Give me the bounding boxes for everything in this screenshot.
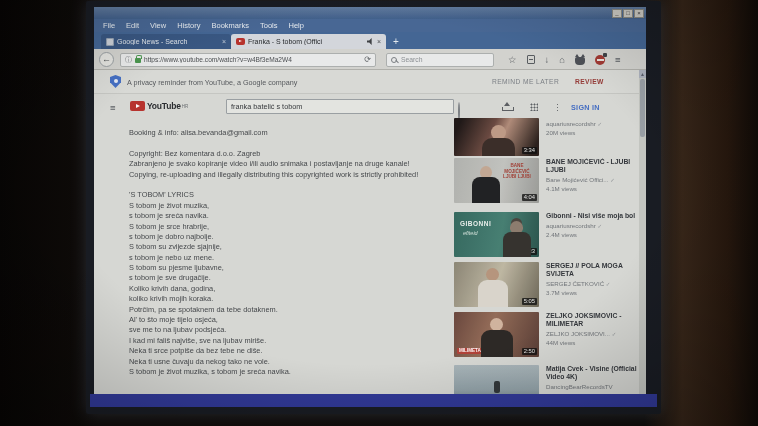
tab-google-news[interactable]: Google News - Search × <box>101 34 231 49</box>
youtube-favicon <box>236 38 245 45</box>
menu-view[interactable]: View <box>150 21 166 30</box>
video-title[interactable]: SERGEJ // POLA MOGA SVIJETA <box>546 262 641 278</box>
video-views: 20M views <box>546 129 641 137</box>
pocket-icon[interactable] <box>527 55 535 64</box>
adblock-icon[interactable] <box>595 55 605 65</box>
back-button[interactable]: ← <box>99 52 114 67</box>
menu-bar: File Edit View History Bookmarks Tools H… <box>94 19 646 32</box>
thumbnail-text: BANE MOJIĆEVIĆ LJUBI LJUBI <box>498 163 536 180</box>
url-bar[interactable]: ⓘ https://www.youtube.com/watch?v=w4Bf3e… <box>120 53 376 67</box>
tab-close-icon[interactable]: × <box>377 38 381 45</box>
duration-badge: 5:05 <box>522 298 537 305</box>
tab-audio-icon[interactable] <box>367 38 374 45</box>
maximize-button[interactable]: □ <box>623 9 633 18</box>
info-icon[interactable]: ⓘ <box>125 55 132 65</box>
news-favicon <box>106 38 114 46</box>
video-title[interactable]: Gibonni - Nisi više moja bol <box>546 212 641 220</box>
video-thumbnail[interactable]: MILIMETAR 2:50 <box>454 312 539 357</box>
monitor-screen: _ □ × File Edit View History Bookmarks T… <box>86 1 661 414</box>
duration-badge: 5:33 <box>522 248 537 255</box>
video-channel[interactable]: Bane Mojićević Offici... ✓ <box>546 176 641 184</box>
scrollbar-thumb[interactable] <box>640 79 645 137</box>
video-views: 3.7M views <box>546 289 641 297</box>
tab-close-icon[interactable]: × <box>222 38 226 45</box>
menu-bookmarks[interactable]: Bookmarks <box>212 21 250 30</box>
related-video[interactable]: Matija Cvek - Visine (Official Video 4K)… <box>94 365 639 394</box>
menu-history[interactable]: History <box>177 21 200 30</box>
video-views: 4.1M views <box>546 185 641 193</box>
duration-badge: 3:34 <box>522 147 537 154</box>
video-thumbnail[interactable]: BANE MOJIĆEVIĆ LJUBI LJUBI 4:04 <box>454 158 539 203</box>
video-thumbnail[interactable]: 5:05 <box>454 262 539 307</box>
url-text[interactable]: https://www.youtube.com/watch?v=w4Bf3eMa… <box>144 56 361 63</box>
video-title[interactable]: BANE MOJIĆEVIĆ - LJUBI LJUBI <box>546 158 641 174</box>
navigation-toolbar: ← ⓘ https://www.youtube.com/watch?v=w4Bf… <box>94 49 646 70</box>
reload-icon[interactable]: ⟳ <box>364 55 371 64</box>
verified-icon: ✓ <box>598 121 603 127</box>
bookmark-star-icon[interactable]: ☆ <box>508 55 517 65</box>
video-thumbnail[interactable]: 3:34 <box>454 118 539 156</box>
menu-file[interactable]: File <box>103 21 115 30</box>
video-title[interactable]: Matija Cvek - Visine (Official Video 4K) <box>546 365 641 381</box>
tab-youtube-video[interactable]: Franka - S tobom (Offici × <box>231 34 386 49</box>
search-icon <box>391 57 397 63</box>
verified-icon: ✓ <box>610 177 615 183</box>
tab-label: Google News - Search <box>117 38 219 45</box>
thumbnail-text: GIBONNI <box>460 220 491 227</box>
video-channel[interactable]: DancingBearRecordsTV <box>546 383 641 391</box>
taskbar[interactable] <box>90 394 657 407</box>
video-channel[interactable]: aquariusrecordshr ✓ <box>546 222 641 230</box>
video-title[interactable]: ZELJKO JOKSIMOVIC - MILIMETAR <box>546 312 641 328</box>
scrollbar-up-icon[interactable]: ▲ <box>639 70 646 78</box>
verified-icon: ✓ <box>598 223 603 229</box>
duration-badge: 4:04 <box>522 194 537 201</box>
window-titlebar[interactable]: _ □ × <box>94 7 646 19</box>
tab-label: Franka - S tobom (Offici <box>248 38 364 45</box>
browser-window: _ □ × File Edit View History Bookmarks T… <box>94 7 646 394</box>
related-video[interactable]: GIBONNI efiteid 5:33 Gibonni - Nisi više… <box>94 212 639 260</box>
menu-help[interactable]: Help <box>289 21 304 30</box>
related-video[interactable]: 5:05 SERGEJ // POLA MOGA SVIJETA SERGEJ … <box>94 262 639 310</box>
new-tab-button[interactable]: + <box>386 35 406 49</box>
downloads-icon[interactable]: ↓ <box>545 55 550 65</box>
video-thumbnail[interactable]: GIBONNI efiteid 5:33 <box>454 212 539 257</box>
video-channel[interactable]: SERGEJ ĆETKOVIĆ ✓ <box>546 280 641 288</box>
page-content: A privacy reminder from YouTube, a Googl… <box>94 70 646 394</box>
related-video[interactable]: BANE MOJIĆEVIĆ LJUBI LJUBI 4:04 BANE MOJ… <box>94 158 639 206</box>
video-thumbnail[interactable] <box>454 365 539 394</box>
tab-bar: Google News - Search × Franka - S tobom … <box>94 32 646 49</box>
thumbnail-subtext: efiteid <box>463 230 478 236</box>
browser-search-input[interactable]: Search <box>386 53 494 67</box>
menu-edit[interactable]: Edit <box>126 21 139 30</box>
video-views: 2.4M views <box>546 231 641 239</box>
video-channel[interactable]: aquariusrecordshr ✓ <box>546 120 641 128</box>
lock-icon <box>135 58 141 63</box>
privacy-mask-icon[interactable] <box>575 57 585 65</box>
hamburger-menu-icon[interactable]: ≡ <box>615 55 621 65</box>
page-scrollbar[interactable]: ▲ <box>639 70 646 394</box>
menu-tools[interactable]: Tools <box>260 21 278 30</box>
video-views: 44M views <box>546 339 641 347</box>
thumbnail-text: MILIMETAR <box>457 348 486 354</box>
home-icon[interactable]: ⌂ <box>559 55 565 65</box>
verified-icon: ✓ <box>612 331 617 337</box>
related-videos-sidebar: 3:34 aquariusrecordshr ✓ 20M views BANE … <box>94 70 639 394</box>
close-button[interactable]: × <box>634 9 644 18</box>
duration-badge: 2:50 <box>522 348 537 355</box>
minimize-button[interactable]: _ <box>612 9 622 18</box>
verified-icon: ✓ <box>606 281 611 287</box>
video-channel[interactable]: ZELJKO JOKSIMOVI... ✓ <box>546 330 641 338</box>
search-placeholder: Search <box>401 56 423 63</box>
related-video[interactable]: MILIMETAR 2:50 ZELJKO JOKSIMOVIC - MILIM… <box>94 312 639 360</box>
